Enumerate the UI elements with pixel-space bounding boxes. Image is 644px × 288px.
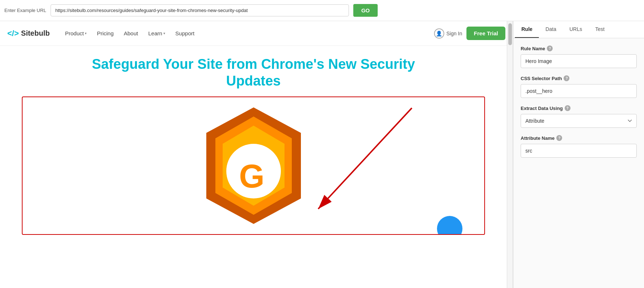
nav-product[interactable]: Product ▾ xyxy=(61,28,91,39)
logo-icon: </> xyxy=(7,29,19,38)
sign-in-button[interactable]: 👤 Sign In xyxy=(434,28,462,39)
nav-links: Product ▾ Pricing About Learn ▾ Support xyxy=(61,28,434,39)
go-button[interactable]: GO xyxy=(353,4,378,17)
nav-actions: 👤 Sign In Free Trial xyxy=(434,27,505,40)
attribute-name-input[interactable] xyxy=(521,144,637,158)
extract-data-select[interactable]: Attribute Text HTML Exists xyxy=(521,114,637,128)
rule-name-help-icon[interactable]: ? xyxy=(547,46,553,51)
panel-body: Rule Name ? CSS Selector Path ? Extract … xyxy=(513,38,644,288)
url-bar: Enter Example URL GO xyxy=(0,0,644,21)
page-title: Safeguard Your Site from Chrome's New Se… xyxy=(0,46,507,96)
panel-tabs: Rule Data URLs Test xyxy=(513,21,644,38)
url-bar-label: Enter Example URL xyxy=(4,8,46,13)
attribute-name-help-icon[interactable]: ? xyxy=(556,135,562,141)
browser-scrollbar[interactable] xyxy=(507,21,513,288)
hero-image-area: G xyxy=(22,96,485,235)
attribute-name-label: Attribute Name ? xyxy=(521,135,637,141)
user-icon: 👤 xyxy=(434,28,444,39)
product-chevron-icon: ▾ xyxy=(85,31,87,35)
css-selector-input[interactable] xyxy=(521,84,637,98)
blue-circle xyxy=(437,216,462,235)
free-trial-button[interactable]: Free Trial xyxy=(466,27,505,40)
nav-about[interactable]: About xyxy=(119,28,142,39)
nav-pricing[interactable]: Pricing xyxy=(92,28,118,39)
site-logo[interactable]: </> Sitebulb xyxy=(7,29,50,38)
extract-data-group: Extract Data Using ? Attribute Text HTML… xyxy=(521,105,637,128)
attribute-name-group: Attribute Name ? xyxy=(521,135,637,158)
rule-name-label: Rule Name ? xyxy=(521,46,637,51)
site-nav: </> Sitebulb Product ▾ Pricing About Lea… xyxy=(0,21,513,46)
scroll-thumb xyxy=(508,23,512,45)
svg-line-6 xyxy=(318,108,412,209)
css-selector-group: CSS Selector Path ? xyxy=(521,75,637,98)
svg-text:G: G xyxy=(239,158,265,194)
learn-chevron-icon: ▾ xyxy=(163,31,165,35)
main-layout: </> Sitebulb Product ▾ Pricing About Lea… xyxy=(0,21,644,288)
browser-panel: </> Sitebulb Product ▾ Pricing About Lea… xyxy=(0,21,513,288)
tab-test[interactable]: Test xyxy=(589,21,611,38)
nav-support[interactable]: Support xyxy=(171,28,199,39)
chrome-logo-svg: G xyxy=(192,104,315,228)
extract-data-select-wrapper: Attribute Text HTML Exists xyxy=(521,114,637,128)
extract-data-label: Extract Data Using ? xyxy=(521,105,637,111)
rule-name-group: Rule Name ? xyxy=(521,46,637,68)
tab-data[interactable]: Data xyxy=(539,21,563,38)
css-selector-help-icon[interactable]: ? xyxy=(564,75,569,81)
extract-data-help-icon[interactable]: ? xyxy=(565,105,571,111)
css-selector-label: CSS Selector Path ? xyxy=(521,75,637,81)
tab-rule[interactable]: Rule xyxy=(515,21,539,38)
nav-learn[interactable]: Learn ▾ xyxy=(144,28,169,39)
url-input[interactable] xyxy=(51,4,349,16)
page-content: Safeguard Your Site from Chrome's New Se… xyxy=(0,46,513,288)
right-panel: Rule Data URLs Test Rule Name ? CSS Sele… xyxy=(513,21,644,288)
tab-urls[interactable]: URLs xyxy=(563,21,589,38)
logo-text: Sitebulb xyxy=(21,29,50,38)
rule-name-input[interactable] xyxy=(521,54,637,68)
